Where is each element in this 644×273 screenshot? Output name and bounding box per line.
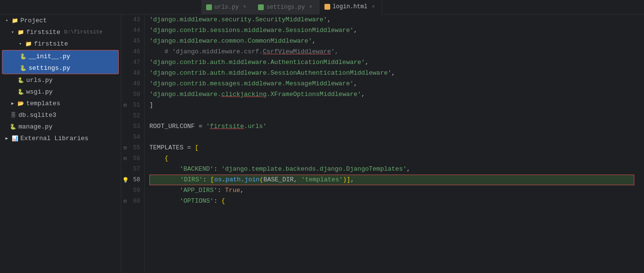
code-line-44: 'django.contrib.sessions.middleware.Sess… — [149, 25, 634, 36]
tab-urls[interactable]: urls.py × — [201, 0, 253, 15]
sidebar-item-manage-py[interactable]: 🐍 manage.py — [0, 121, 121, 132]
settings-py-label: settings.py — [29, 64, 70, 72]
line-57: 57 — [121, 164, 144, 175]
line-47: 47 — [121, 57, 144, 68]
line-60: ⊟ 60 — [121, 196, 144, 207]
line-56: ⊟ 56 — [121, 153, 144, 164]
wsgi-py-icon: 🐍 — [17, 88, 24, 95]
code-line-58: 'DIRS': [os.path.join(BASE_DIR, 'templat… — [149, 175, 634, 185]
tab-settings-close[interactable]: × — [307, 4, 314, 11]
init-py-label: __init__.py — [29, 53, 70, 60]
line-44: 44 — [121, 25, 144, 36]
external-libs-icon: 📊 — [12, 135, 18, 142]
manage-py-icon: 🐍 — [10, 123, 16, 130]
line-59: 59 — [121, 185, 144, 196]
sidebar-item-wsgi-py[interactable]: 🐍 wsgi.py — [0, 86, 121, 97]
line-48: 48 — [121, 68, 144, 79]
code-line-53: ROOT_URLCONF = 'firstsite.urls' — [149, 121, 634, 132]
sidebar-item-firstsite-dir[interactable]: ▾ 📁 firstsite — [0, 38, 121, 49]
sidebar-item-firstsite-root[interactable]: ▾ 📁 firstsite D:\firstsite — [0, 26, 121, 38]
line-51: ⊟ 51 — [121, 100, 144, 111]
tab-login-close[interactable]: × — [370, 3, 377, 10]
manage-py-label: manage.py — [18, 123, 52, 130]
sidebar-item-db-sqlite3[interactable]: 🗄 db.sqlite3 — [0, 109, 121, 121]
sidebar: ▾ 📁 Project ▾ 📁 firstsite D:\firstsite ▾… — [0, 15, 121, 273]
html-file-icon — [324, 4, 330, 10]
code-line-54 — [149, 132, 634, 143]
code-line-48: 'django.contrib.auth.middleware.SessionA… — [149, 68, 634, 79]
external-chevron: ▶ — [4, 135, 10, 141]
code-line-60: 'OPTIONS': { — [149, 196, 634, 207]
code-line-50: 'django.middleware.clickjacking.XFrameOp… — [149, 89, 634, 100]
sidebar-item-urls-py[interactable]: 🐍 urls.py — [0, 74, 121, 86]
code-line-49: 'django.contrib.messages.middleware.Mess… — [149, 79, 634, 89]
line-number-gutter: 43 44 45 46 47 48 49 50 ⊟ 51 52 53 54 ⊟ … — [121, 15, 145, 273]
tab-settings[interactable]: settings.py × — [253, 0, 319, 15]
db-label: db.sqlite3 — [18, 112, 56, 119]
urls-py-label: urls.py — [26, 77, 53, 84]
code-line-59: 'APP_DIRS': True, — [149, 185, 634, 196]
code-line-56: { — [149, 153, 634, 164]
line-52: 52 — [121, 111, 144, 121]
line-49: 49 — [121, 79, 144, 89]
py-file-icon-2 — [258, 4, 264, 10]
sidebar-item-settings-py[interactable]: 🐍 settings.py — [2, 62, 118, 74]
code-line-52 — [149, 111, 634, 121]
line-54: 54 — [121, 132, 144, 143]
tab-urls-label: urls.py — [214, 4, 239, 11]
line-58: 💡 58 — [121, 175, 144, 185]
wsgi-py-label: wsgi.py — [26, 88, 53, 96]
tab-login[interactable]: login.html × — [320, 0, 382, 15]
line-46: 46 — [121, 47, 144, 57]
code-line-57: 'BACKEND': 'django.template.backends.dja… — [149, 164, 634, 175]
code-editor[interactable]: 'django.middleware.security.SecurityMidd… — [145, 15, 644, 273]
code-area: 43 44 45 46 47 48 49 50 ⊟ 51 52 53 54 ⊟ … — [121, 15, 644, 273]
tab-login-label: login.html — [333, 3, 368, 10]
main-layout: ▾ 📁 Project ▾ 📁 firstsite D:\firstsite ▾… — [0, 15, 644, 273]
urls-py-icon: 🐍 — [17, 77, 24, 83]
sidebar-project-header[interactable]: ▾ 📁 Project — [0, 15, 121, 26]
firstsite-dir-folder-icon: 📁 — [25, 40, 32, 47]
tab-settings-label: settings.py — [266, 4, 305, 11]
firstsite-path: D:\firstsite — [64, 29, 102, 35]
project-label: Project — [20, 17, 47, 24]
templates-label: templates — [26, 100, 60, 107]
folder-icon: 📁 — [12, 17, 18, 24]
fold-60: ⊟ — [122, 198, 128, 204]
line-50: 50 — [121, 89, 144, 100]
bulb-icon: 💡 — [122, 177, 129, 183]
firstsite-folder-icon: 📁 — [17, 29, 24, 35]
code-line-46: # 'django.middleware.csrf.CsrfViewMiddle… — [149, 47, 634, 57]
code-line-51: ] — [149, 100, 634, 111]
firstsite-root-label: firstsite — [26, 29, 60, 36]
templates-chevron: ▶ — [10, 100, 16, 106]
code-line-45: 'django.middleware.common.CommonMiddlewa… — [149, 36, 634, 47]
fold-51: ⊟ — [122, 102, 128, 108]
firstsite-dir-chevron: ▾ — [17, 41, 23, 47]
fold-56: ⊟ — [122, 156, 128, 161]
firstsite-chevron: ▾ — [10, 29, 16, 35]
firstsite-dir-label: firstsite — [34, 40, 68, 48]
external-libs-label: External Libraries — [20, 135, 88, 142]
sidebar-item-init-py[interactable]: 🐍 __init__.py — [2, 50, 118, 62]
init-py-icon: 🐍 — [20, 53, 27, 60]
line-53: 53 — [121, 121, 144, 132]
py-file-icon — [206, 4, 212, 10]
line-55: ⊟ 55 — [121, 143, 144, 153]
code-line-47: 'django.contrib.auth.middleware.Authenti… — [149, 57, 634, 68]
line-43: 43 — [121, 15, 144, 25]
sidebar-item-external-libs[interactable]: ▶ 📊 External Libraries — [0, 132, 121, 144]
settings-py-icon: 🐍 — [20, 64, 27, 71]
sidebar-item-templates[interactable]: ▶ 📂 templates — [0, 97, 121, 109]
fold-55: ⊟ — [122, 145, 128, 151]
templates-icon: 📂 — [17, 100, 24, 107]
tab-bar: urls.py × settings.py × login.html × — [0, 0, 644, 15]
db-icon: 🗄 — [10, 112, 16, 118]
tab-urls-close[interactable]: × — [241, 4, 248, 11]
code-line-55: TEMPLATES = [ — [149, 143, 634, 153]
code-line-43: 'django.middleware.security.SecurityMidd… — [149, 15, 634, 25]
project-chevron: ▾ — [4, 17, 10, 23]
line-45: 45 — [121, 36, 144, 47]
